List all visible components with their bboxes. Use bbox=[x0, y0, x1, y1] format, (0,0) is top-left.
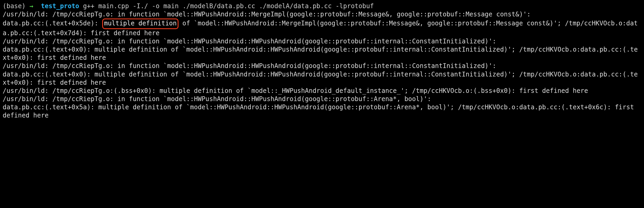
terminal-line: data.pb.cc:(.text+0x0): multiple definit… bbox=[3, 71, 638, 86]
highlighted-error-text: multiple definition bbox=[102, 19, 179, 29]
terminal-line: data.pb.cc:(.text+0x5a): multiple defini… bbox=[3, 103, 638, 119]
command-text: g++ main.cpp -I./ -o main ./modelB/data.… bbox=[83, 2, 374, 10]
terminal-line: /usr/bin/ld: /tmp/ccRiepTg.o: in functio… bbox=[3, 62, 496, 70]
terminal-line: data.pb.cc:(.text+0x0): multiple definit… bbox=[3, 46, 638, 61]
prompt-cwd: test_proto bbox=[41, 2, 79, 10]
terminal-output[interactable]: (base) → test_proto g++ main.cpp -I./ -o… bbox=[0, 0, 644, 123]
terminal-line: /usr/bin/ld: /tmp/ccRiepTg.o:(.bss+0x0):… bbox=[3, 87, 588, 94]
prompt-arrow-icon: → bbox=[29, 2, 33, 10]
terminal-line: data.pb.cc:(.text+0x5de): bbox=[3, 20, 102, 27]
conda-env: (base) bbox=[3, 2, 26, 10]
terminal-line: /usr/bin/ld: /tmp/ccRiepTg.o: in functio… bbox=[3, 38, 496, 45]
terminal-line: /usr/bin/ld: /tmp/ccRiepTg.o: in functio… bbox=[3, 11, 531, 18]
terminal-line: /usr/bin/ld: /tmp/ccRiepTg.o: in functio… bbox=[3, 95, 431, 103]
